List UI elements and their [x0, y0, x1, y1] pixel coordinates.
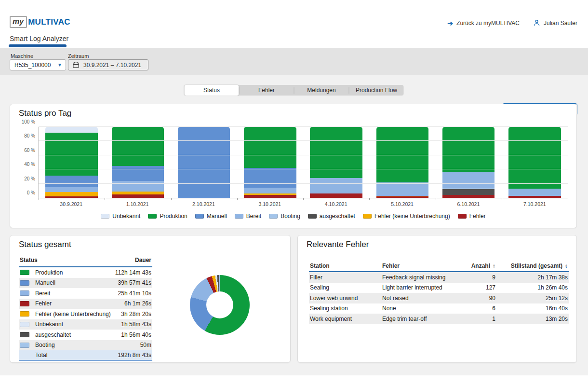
bar-segment-unbekannt[interactable] [45, 127, 97, 133]
station-col-header: Station [310, 262, 382, 269]
bar-segment-fehler[interactable] [45, 196, 97, 198]
bar-segment-bereit[interactable] [376, 182, 428, 196]
status-donut-chart[interactable] [190, 275, 250, 335]
user-name: Julian Sauter [544, 20, 577, 27]
chevron-down-icon: ▼ [57, 62, 62, 68]
filter-bar: Maschine R535_100000 ▼ Zeitraum 30.9.202… [0, 48, 588, 75]
bar-segment-bereit[interactable] [45, 187, 97, 192]
error-col-header: Fehler [382, 262, 457, 269]
bar-segment-manuell[interactable] [45, 176, 97, 187]
x-axis-label: 4.10.2021 [303, 201, 369, 207]
status-name: Unbekannt [35, 321, 121, 328]
bar-segment-manuell[interactable] [112, 166, 164, 181]
date-range-field[interactable]: 30.9.2021 – 7.10.2021 [68, 59, 148, 70]
bar-segment-manuell[interactable] [178, 127, 230, 198]
status-duration: 112h 14m 43s [115, 269, 151, 276]
stacked-bar-4.10.2021[interactable] [310, 127, 362, 198]
bar-segment-bereit[interactable] [112, 181, 164, 192]
bar-segment-produktion[interactable] [112, 127, 164, 166]
tab-meldungen[interactable]: Meldungen [294, 85, 349, 96]
bar-segment-bereit[interactable] [310, 178, 362, 193]
status-swatch [20, 332, 29, 337]
total-duration: 192h 8m 43s [118, 352, 151, 358]
back-to-mymultivac-link[interactable]: ➔ Zurück zu myMULTIVAC [447, 20, 520, 27]
stacked-bar-2.10.2021[interactable] [178, 127, 230, 198]
error-row: SealingLight barrier interrupted1271h 26… [309, 283, 569, 293]
count-col-header[interactable]: Anzahl▲▼ [457, 262, 495, 269]
stacked-bar-1.10.2021[interactable] [112, 127, 164, 198]
bar-column [105, 127, 171, 198]
sort-icon-downtime[interactable]: ▲▼ [565, 264, 568, 269]
bar-segment-produktion[interactable] [508, 127, 561, 189]
bar-segment-fehler[interactable] [508, 196, 561, 198]
period-label: Zeitraum [68, 53, 89, 59]
error-text: Not raised [382, 295, 457, 302]
bar-segment-fehler[interactable] [376, 196, 428, 198]
legend-item-fehler: Fehler [458, 213, 486, 220]
legend-label: Bereit [246, 213, 261, 220]
x-axis-tick [237, 198, 238, 200]
stacked-bar-7.10.2021[interactable] [508, 127, 561, 198]
donut-hole [206, 291, 233, 318]
bar-segment-produktion[interactable] [442, 127, 494, 172]
error-text: None [382, 305, 457, 312]
legend-item-booting: Booting [269, 213, 300, 220]
status-name: Bereit [35, 290, 118, 297]
x-axis-label: 5.10.2021 [369, 201, 435, 207]
legend-label: Unbekannt [112, 213, 140, 220]
x-axis-label: 7.10.2021 [502, 201, 568, 207]
error-row: FillerFeedback signal missing92h 17m 38s [309, 272, 569, 283]
bar-column [237, 127, 303, 198]
stacked-bar-3.10.2021[interactable] [244, 127, 296, 198]
stacked-bar-6.10.2021[interactable] [442, 127, 494, 198]
status-swatch [20, 301, 29, 306]
bar-segment-produktion[interactable] [310, 127, 362, 178]
status-row-ausgeschaltet: ausgeschaltet1h 56m 40s [19, 330, 152, 340]
legend-label: Produktion [160, 213, 187, 220]
user-menu[interactable]: Julian Sauter [533, 19, 577, 27]
logo-brand-text: MULTIVAC [28, 17, 70, 27]
bar-segment-manuell[interactable] [244, 168, 296, 188]
status-table-header: Status Dauer [19, 255, 152, 267]
bar-segment-produktion[interactable] [244, 127, 296, 168]
error-count: 90 [457, 295, 495, 302]
downtime-col-header[interactable]: Stillstand (gesamt)▲▼ [495, 262, 568, 269]
bar-segment-bereit[interactable] [442, 172, 494, 188]
status-swatch [20, 280, 29, 286]
status-swatch [20, 343, 29, 348]
legend-item-bereit: Bereit [235, 213, 261, 220]
legend-item-produktion: Produktion [148, 213, 187, 220]
bar-segment-fehler[interactable] [310, 193, 362, 198]
x-axis-tick [568, 198, 568, 200]
legend-swatch [101, 214, 109, 219]
tab-production-flow[interactable]: Production Flow [349, 85, 404, 96]
x-axis-label: 6.10.2021 [435, 201, 501, 207]
header-right: ➔ Zurück zu myMULTIVAC Julian Sauter [447, 19, 577, 27]
bar-segment-fehler[interactable] [244, 195, 296, 198]
machine-label: Maschine [11, 53, 33, 59]
stacked-bar-5.10.2021[interactable] [376, 127, 428, 198]
x-axis-labels: 30.9.20211.10.20212.10.20213.10.20214.10… [38, 201, 568, 207]
machine-select[interactable]: R535_100000 ▼ [10, 59, 66, 70]
bar-segment-fehler[interactable] [112, 194, 164, 198]
bar-segment-fehler[interactable] [442, 195, 494, 198]
bar-segment-fehler_ohne[interactable] [45, 192, 97, 196]
bar-segment-ausgeschaltet[interactable] [442, 189, 494, 195]
x-axis-tick [105, 198, 105, 200]
stacked-bar-30.9.2021[interactable] [45, 127, 97, 198]
bar-column [369, 127, 435, 198]
bar-segment-bereit[interactable] [244, 188, 296, 193]
tab-fehler[interactable]: Fehler [240, 85, 294, 96]
status-swatch [20, 311, 29, 317]
error-downtime: 2h 17m 38s [495, 274, 568, 281]
status-swatch [20, 270, 29, 275]
status-name: Produktion [35, 269, 115, 276]
bar-segment-bereit[interactable] [508, 189, 561, 196]
tab-status[interactable]: Status [185, 85, 239, 96]
legend-swatch [269, 214, 278, 219]
x-axis-tick [502, 198, 502, 200]
status-row-fehler: Fehler6h 1m 26s [19, 299, 152, 309]
x-axis-tick [436, 198, 436, 200]
errors-table: Station Fehler Anzahl▲▼ Stillstand (gesa… [309, 261, 569, 324]
bar-column [303, 127, 369, 198]
